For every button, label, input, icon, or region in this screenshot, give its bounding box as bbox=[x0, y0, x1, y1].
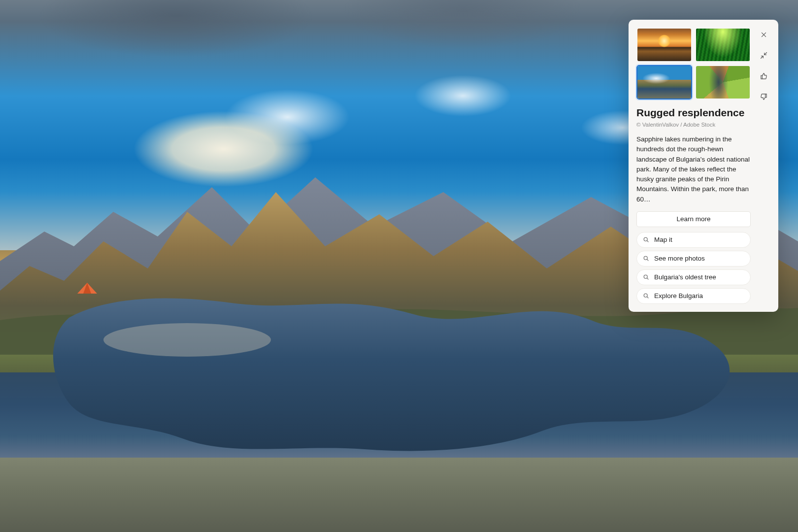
spotlight-card: Rugged resplendence © ValentinValkov / A… bbox=[629, 20, 778, 312]
search-explore-bulgaria[interactable]: Explore Bulgaria bbox=[636, 288, 751, 304]
svg-point-1 bbox=[644, 238, 647, 241]
svg-line-12 bbox=[761, 56, 763, 58]
card-title: Rugged resplendence bbox=[636, 106, 751, 119]
learn-more-button[interactable]: Learn more bbox=[636, 211, 751, 227]
search-label: Map it bbox=[654, 236, 672, 243]
close-icon bbox=[760, 31, 767, 38]
like-button[interactable] bbox=[757, 69, 770, 83]
card-actions bbox=[757, 28, 770, 304]
dislike-button[interactable] bbox=[757, 90, 770, 103]
thumbnail-aerial-fields[interactable] bbox=[695, 65, 751, 100]
search-icon bbox=[643, 293, 649, 299]
search-label: See more photos bbox=[654, 255, 705, 262]
search-icon bbox=[643, 236, 649, 243]
search-icon bbox=[643, 255, 649, 262]
svg-point-5 bbox=[644, 275, 647, 279]
card-description: Sapphire lakes numbering in the hundreds… bbox=[636, 134, 751, 204]
svg-line-2 bbox=[647, 241, 648, 242]
svg-line-4 bbox=[647, 260, 648, 261]
close-button[interactable] bbox=[757, 28, 770, 41]
related-searches: Map it See more photos Bulgaria's oldest… bbox=[636, 232, 751, 304]
search-label: Bulgaria's oldest tree bbox=[654, 273, 716, 281]
card-credit: © ValentinValkov / Adobe Stock bbox=[636, 122, 751, 128]
thumbnail-grid bbox=[636, 28, 751, 100]
thumbs-up-icon bbox=[760, 72, 767, 80]
search-label: Explore Bulgaria bbox=[654, 292, 703, 299]
svg-point-3 bbox=[644, 257, 647, 260]
thumbnail-bamboo[interactable] bbox=[695, 28, 751, 62]
search-more-photos[interactable]: See more photos bbox=[636, 251, 751, 266]
minimize-button[interactable] bbox=[757, 48, 770, 62]
svg-line-8 bbox=[647, 297, 648, 299]
svg-line-6 bbox=[647, 278, 648, 280]
svg-point-7 bbox=[644, 294, 647, 298]
thumbnail-pirin-lake[interactable] bbox=[636, 65, 692, 100]
svg-line-11 bbox=[764, 52, 766, 55]
thumbs-down-icon bbox=[760, 93, 767, 100]
thumbnail-sunset[interactable] bbox=[636, 28, 692, 62]
search-map-it[interactable]: Map it bbox=[636, 232, 751, 248]
search-oldest-tree[interactable]: Bulgaria's oldest tree bbox=[636, 269, 751, 285]
search-icon bbox=[643, 274, 649, 280]
collapse-icon bbox=[760, 52, 767, 59]
